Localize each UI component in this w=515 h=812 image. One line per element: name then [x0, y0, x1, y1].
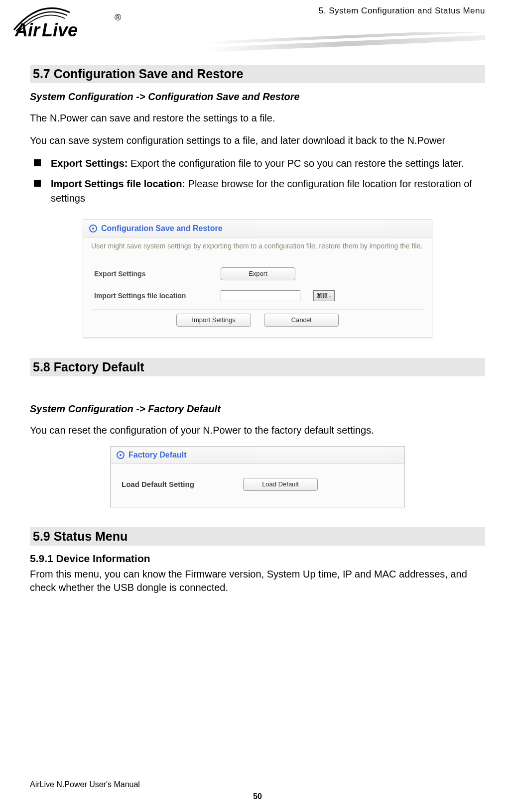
- import-settings-label: Import Settings file location: [94, 292, 209, 300]
- load-default-button[interactable]: Load Default: [243, 478, 318, 491]
- breadcrumb-58: System Configuration -> Factory Default: [30, 403, 485, 415]
- section-heading-59: 5.9 Status Menu: [30, 527, 485, 546]
- browse-button[interactable]: 瀏覽...: [313, 290, 335, 301]
- panel-title: Configuration Save and Restore: [101, 224, 223, 233]
- section-heading-57: 5.7 Configuration Save and Restore: [30, 65, 485, 83]
- brand-logo: AirLive ®: [10, 2, 129, 42]
- footer-page-number: 50: [30, 792, 485, 801]
- breadcrumb-57: System Configuration -> Configuration Sa…: [30, 91, 485, 103]
- svg-text:®: ®: [115, 12, 121, 22]
- factory-default-panel: Factory Default Load Default Setting Loa…: [110, 446, 405, 507]
- list-item-text: Export the configuration file to your PC…: [128, 158, 464, 169]
- export-button[interactable]: Export: [221, 267, 295, 280]
- list-item-label: Import Settings file location:: [51, 178, 185, 189]
- panel-hint: User might save system settings by expor…: [83, 237, 432, 257]
- config-save-restore-panel: Configuration Save and Restore User migh…: [83, 220, 432, 338]
- list-item: Import Settings file location: Please br…: [30, 177, 485, 206]
- footer-manual-name: AirLive N.Power User's Manual: [30, 780, 485, 789]
- import-file-input[interactable]: [221, 290, 300, 301]
- cancel-button[interactable]: Cancel: [264, 314, 339, 327]
- load-default-label: Load Default Setting: [122, 480, 231, 488]
- subsection-heading-591: 5.9.1 Device Information: [30, 553, 485, 565]
- paragraph: You can save system configuration settin…: [30, 134, 485, 147]
- list-item-label: Export Settings:: [51, 158, 128, 169]
- header-decoration: [206, 32, 485, 52]
- export-settings-label: Export Settings: [94, 270, 209, 278]
- paragraph: From this menu, you can know the Firmwar…: [30, 568, 485, 594]
- page-footer: AirLive N.Power User's Manual 50: [30, 780, 485, 789]
- section-heading-58: 5.8 Factory Default: [30, 358, 485, 376]
- svg-text:AirLive: AirLive: [14, 20, 78, 40]
- paragraph: You can reset the configuration of your …: [30, 424, 485, 437]
- gear-icon: [117, 451, 125, 459]
- import-settings-button[interactable]: Import Settings: [176, 314, 251, 327]
- page-chapter: 5. System Configuration and Status Menu: [319, 6, 485, 16]
- paragraph: The N.Power can save and restore the set…: [30, 112, 485, 125]
- gear-icon: [89, 225, 97, 232]
- panel-title: Factory Default: [129, 451, 186, 460]
- list-item: Export Settings: Export the configuratio…: [30, 156, 485, 171]
